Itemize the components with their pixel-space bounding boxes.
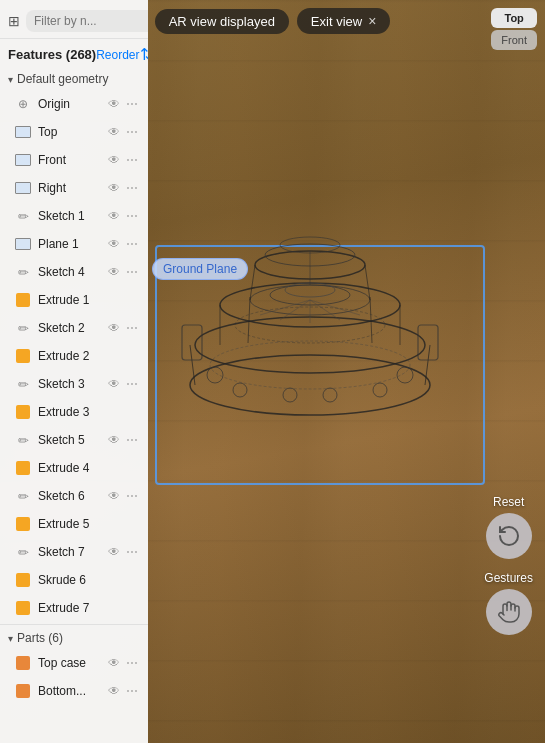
left-panel: ⊞ Features (268) Reorder ⇅ ▾ Default geo… [0, 0, 148, 743]
list-item[interactable]: ✏ Sketch 2 👁 ⋯ [0, 314, 148, 342]
plane-icon [14, 123, 32, 141]
visibility-icon[interactable]: 👁 [106, 180, 122, 196]
visibility-icon[interactable]: 👁 [106, 236, 122, 252]
visibility-icon[interactable]: 👁 [106, 152, 122, 168]
front-view-button[interactable]: Front [491, 30, 537, 50]
reset-button[interactable] [486, 513, 532, 559]
plane-icon [14, 179, 32, 197]
reset-label: Reset [493, 495, 524, 509]
chevron-down-icon: ▾ [8, 633, 13, 644]
extrude-icon [14, 571, 32, 589]
section-title: Default geometry [17, 72, 108, 86]
extrude-icon [14, 347, 32, 365]
svg-point-20 [233, 383, 247, 397]
gestures-label: Gestures [484, 571, 533, 585]
pencil-icon: ✏ [14, 543, 32, 561]
feature-name: Sketch 7 [38, 545, 100, 559]
list-item[interactable]: ✏ Sketch 3 👁 ⋯ [0, 370, 148, 398]
more-icon[interactable]: ⋯ [124, 544, 140, 560]
svg-rect-25 [418, 325, 438, 360]
section-header-parts[interactable]: ▾ Parts (6) [0, 627, 148, 649]
more-icon[interactable]: ⋯ [124, 320, 140, 336]
list-item[interactable]: ✏ Sketch 7 👁 ⋯ [0, 538, 148, 566]
visibility-icon[interactable]: 👁 [106, 320, 122, 336]
box-icon [14, 682, 32, 700]
list-item[interactable]: Bottom... 👁 ⋯ [0, 677, 148, 705]
pencil-icon: ✏ [14, 263, 32, 281]
list-item[interactable]: Skrude 6 [0, 566, 148, 594]
more-icon[interactable]: ⋯ [124, 208, 140, 224]
reorder-button[interactable]: Reorder [96, 48, 139, 62]
feature-name: Extrude 3 [38, 405, 140, 419]
svg-line-26 [260, 300, 310, 315]
list-item[interactable]: ✏ Sketch 5 👁 ⋯ [0, 426, 148, 454]
more-icon[interactable]: ⋯ [124, 124, 140, 140]
visibility-icon[interactable]: 👁 [106, 655, 122, 671]
more-icon[interactable]: ⋯ [124, 264, 140, 280]
list-item[interactable]: Front 👁 ⋯ [0, 146, 148, 174]
list-item[interactable]: Right 👁 ⋯ [0, 174, 148, 202]
more-icon[interactable]: ⋯ [124, 376, 140, 392]
more-icon[interactable]: ⋯ [124, 96, 140, 112]
list-item[interactable]: Extrude 3 [0, 398, 148, 426]
visibility-icon[interactable]: 👁 [106, 96, 122, 112]
visibility-icon[interactable]: 👁 [106, 124, 122, 140]
feature-name: Sketch 3 [38, 377, 100, 391]
chevron-down-icon: ▾ [8, 74, 13, 85]
feature-actions: 👁 ⋯ [106, 152, 140, 168]
feature-name: Origin [38, 97, 100, 111]
list-item[interactable]: ✏ Sketch 1 👁 ⋯ [0, 202, 148, 230]
feature-name: Extrude 5 [38, 517, 140, 531]
visibility-icon[interactable]: 👁 [106, 208, 122, 224]
pencil-icon: ✏ [14, 319, 32, 337]
more-icon[interactable]: ⋯ [124, 683, 140, 699]
top-view-button[interactable]: Top [491, 8, 537, 28]
svg-point-1 [195, 317, 425, 373]
svg-rect-24 [182, 325, 202, 360]
more-icon[interactable]: ⋯ [124, 180, 140, 196]
features-title: Features (268) [8, 47, 96, 62]
feature-actions: 👁 ⋯ [106, 236, 140, 252]
gestures-button[interactable] [486, 589, 532, 635]
top-bar: AR view displayed Exit view × [0, 0, 545, 42]
visibility-icon[interactable]: 👁 [106, 683, 122, 699]
visibility-icon[interactable]: 👁 [106, 376, 122, 392]
list-item[interactable]: Extrude 1 [0, 286, 148, 314]
feature-name: Front [38, 153, 100, 167]
list-item[interactable]: Extrude 5 [0, 510, 148, 538]
more-icon[interactable]: ⋯ [124, 236, 140, 252]
visibility-icon[interactable]: 👁 [106, 488, 122, 504]
ar-badge: AR view displayed [155, 9, 289, 34]
3d-model-wireframe[interactable] [160, 145, 460, 445]
section-header-default[interactable]: ▾ Default geometry [0, 68, 148, 90]
feature-actions: 👁 ⋯ [106, 488, 140, 504]
list-item[interactable]: ✏ Sketch 6 👁 ⋯ [0, 482, 148, 510]
list-item[interactable]: ✏ Sketch 4 👁 ⋯ [0, 258, 148, 286]
list-item[interactable]: Plane 1 👁 ⋯ [0, 230, 148, 258]
list-item[interactable]: ⊕ Origin 👁 ⋯ [0, 90, 148, 118]
list-item[interactable]: Top 👁 ⋯ [0, 118, 148, 146]
more-icon[interactable]: ⋯ [124, 488, 140, 504]
feature-name: Sketch 6 [38, 489, 100, 503]
ground-plane-label: Ground Plane [152, 258, 248, 280]
more-icon[interactable]: ⋯ [124, 432, 140, 448]
svg-point-19 [397, 367, 413, 383]
svg-point-18 [207, 367, 223, 383]
visibility-icon[interactable]: 👁 [106, 544, 122, 560]
panel-scroll[interactable]: ▾ Default geometry ⊕ Origin 👁 ⋯ Top 👁 ⋯ … [0, 68, 148, 743]
list-item[interactable]: Extrude 2 [0, 342, 148, 370]
list-item[interactable]: Extrude 4 [0, 454, 148, 482]
visibility-icon[interactable]: 👁 [106, 264, 122, 280]
more-icon[interactable]: ⋯ [124, 655, 140, 671]
feature-name: Sketch 5 [38, 433, 100, 447]
exit-view-button[interactable]: Exit view × [297, 8, 390, 34]
origin-icon: ⊕ [14, 95, 32, 113]
pencil-icon: ✏ [14, 487, 32, 505]
visibility-icon[interactable]: 👁 [106, 432, 122, 448]
list-item[interactable]: Top case 👁 ⋯ [0, 649, 148, 677]
more-icon[interactable]: ⋯ [124, 152, 140, 168]
reorder-icon[interactable]: ⇅ [140, 45, 148, 64]
feature-name: Bottom... [38, 684, 100, 698]
list-item[interactable]: Extrude 7 [0, 594, 148, 622]
svg-point-23 [323, 388, 337, 402]
